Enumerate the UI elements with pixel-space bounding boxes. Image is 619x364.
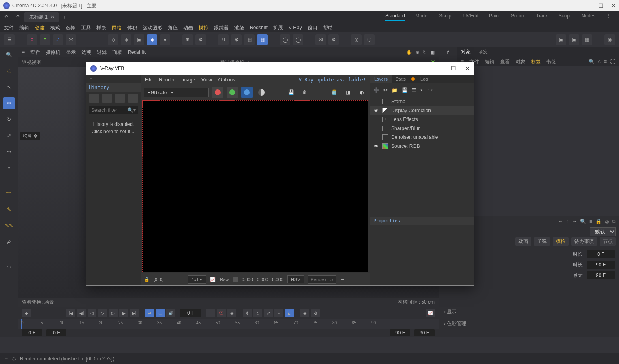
vfb-titlebar[interactable]: V-Ray VFB — ☐ ✕	[86, 62, 474, 75]
redo-button[interactable]: ↷	[14, 13, 23, 21]
vfb-update-link[interactable]: V-Ray update available!	[299, 77, 366, 83]
vfb-trackmouse-icon[interactable]: ◐	[356, 87, 367, 98]
tl-key-all[interactable]: ◉	[227, 309, 236, 317]
rotate-tool[interactable]: ↻	[3, 113, 15, 126]
tl-key-rot[interactable]: ↻	[253, 309, 262, 317]
layout-track[interactable]: Track	[536, 13, 548, 21]
vfb-settings-icon[interactable]: ☰	[341, 277, 345, 282]
vfb-hist-ab-icon[interactable]	[102, 94, 112, 103]
vfb-menu-options[interactable]: Options	[218, 77, 235, 83]
tl-prev-frame[interactable]: ◁	[88, 309, 96, 317]
tl-key-param[interactable]: ▫	[274, 309, 283, 317]
tl-record[interactable]: ○	[206, 309, 215, 317]
vfb-layer-display-correction[interactable]: 👁Display Correction	[370, 106, 474, 115]
layout-sculpt[interactable]: Sculpt	[439, 13, 452, 21]
menu-extensions[interactable]: 扩展	[273, 24, 283, 31]
orbit-icon[interactable]: ↻	[423, 49, 427, 55]
tl-goto-start[interactable]: |◀	[66, 309, 75, 317]
maximize-vp-icon[interactable]: ▣	[430, 49, 435, 55]
obj-tags[interactable]: 标签	[531, 58, 541, 65]
menu-select[interactable]: 选择	[66, 24, 75, 31]
live-select-tool[interactable]: ◌	[3, 65, 15, 77]
symmetry-icon[interactable]: ⋈	[315, 34, 326, 45]
vfb-blue-channel[interactable]	[241, 87, 253, 98]
attr-field-value[interactable]: 90 F	[587, 271, 615, 279]
tl-key-pos[interactable]: ✥	[243, 309, 252, 317]
vfb-lock-icon[interactable]: 🔒	[144, 277, 150, 282]
attr-lock-icon[interactable]: 🔒	[595, 219, 602, 224]
render-region-button[interactable]: ▣	[569, 34, 579, 45]
object-icon[interactable]: ▣	[134, 34, 144, 45]
axis-z-button[interactable]: Z	[53, 34, 63, 45]
menu-create[interactable]: 创建	[35, 24, 45, 31]
attr-tab-node[interactable]: 节点	[600, 237, 616, 246]
attr-mode-select[interactable]: 默认	[590, 227, 616, 236]
tl-fcurve[interactable]: ◉	[300, 309, 309, 317]
move-tool[interactable]: ✥	[3, 97, 15, 109]
tl-preview-start[interactable]: 0 F	[46, 329, 66, 336]
document-tab[interactable]: 未标题 1 ×	[24, 12, 59, 22]
cube-icon[interactable]: ◈	[121, 34, 131, 45]
vfb-hist-add-icon[interactable]	[89, 94, 99, 103]
axis-gimbal-button[interactable]: ✲	[66, 34, 76, 45]
layout-model[interactable]: Model	[416, 13, 429, 21]
render-view-button[interactable]: ◉	[604, 34, 615, 45]
tl-range[interactable]: ▭	[156, 309, 165, 317]
vfb-render-command[interactable]	[308, 275, 336, 284]
layout-standard[interactable]: Standard	[385, 13, 405, 21]
vfb-layer-lens-effects[interactable]: +Lens Effects	[370, 115, 474, 124]
path-tool[interactable]: ∿	[3, 261, 15, 273]
vp-menu-options[interactable]: 选项	[81, 49, 91, 56]
hexagon-icon[interactable]: ⬡	[364, 34, 375, 45]
sphere-icon[interactable]: ●	[160, 34, 170, 45]
layout-paint[interactable]: Paint	[489, 13, 500, 21]
vp-menu-view[interactable]: 查看	[30, 49, 40, 56]
cube-solid-icon[interactable]: ◆	[147, 34, 157, 45]
spline-tool[interactable]: 〰	[3, 187, 15, 199]
circle2-icon[interactable]: ◯	[293, 34, 303, 45]
tl-next-frame[interactable]: ▷	[109, 309, 118, 317]
vfb-layer-stamp[interactable]: Stamp	[370, 97, 474, 106]
axis-y-button[interactable]: Y	[40, 34, 50, 45]
vfb-save-icon[interactable]: 💾	[286, 87, 296, 98]
vfb-bucket-icon[interactable]: 🫙	[329, 87, 339, 98]
tl-current-frame[interactable]: 0 F	[180, 309, 201, 317]
circle1-icon[interactable]: ◯	[280, 34, 290, 45]
vp-menu-display[interactable]: 显示	[66, 49, 76, 56]
minimize-button[interactable]: —	[585, 2, 591, 9]
obj-home-icon[interactable]: ⌂	[598, 59, 601, 64]
attr-tab-bullet[interactable]: 子弹	[534, 237, 550, 246]
vfb-channel-select[interactable]: RGB color ▾	[144, 88, 209, 97]
vfb-tab-layers[interactable]: Layers	[370, 75, 392, 83]
attr-field-value[interactable]: 0 F	[587, 250, 615, 258]
vfb-green-channel[interactable]	[227, 87, 238, 98]
vp-menu-burger[interactable]: ≡	[22, 49, 25, 55]
tl-key-scale[interactable]: ⤢	[264, 309, 273, 317]
search-tool[interactable]: 🔍	[3, 49, 15, 61]
attr-target-icon[interactable]: ◎	[605, 219, 609, 224]
scale-tool[interactable]: ⤢	[3, 130, 15, 142]
attr-search-icon[interactable]: 🔍	[580, 219, 586, 224]
tl-prev-key[interactable]: ◀|	[77, 309, 86, 317]
menu-edit[interactable]: 编辑	[19, 24, 29, 31]
obj-search-icon[interactable]: 🔍	[589, 59, 595, 64]
vp-menu-filter[interactable]: 过滤	[97, 49, 107, 56]
menu-character[interactable]: 角色	[168, 24, 178, 31]
vfb-folder-icon[interactable]: 📁	[392, 87, 398, 93]
vfb-history-message[interactable]: History is disabled. Click here to set i…	[86, 115, 141, 141]
workplane-icon[interactable]: ▦	[257, 34, 268, 45]
layout-groom[interactable]: Groom	[510, 13, 525, 21]
vfb-zoom-select[interactable]: 1x1 ▾	[188, 275, 206, 284]
render-frame-button[interactable]: ▣	[556, 34, 566, 45]
cursor-tool[interactable]: ↖	[3, 81, 15, 93]
vfb-maximize-button[interactable]: ☐	[451, 65, 456, 72]
tl-play[interactable]: ▷	[98, 309, 107, 317]
attr-up-icon[interactable]: ↑	[566, 219, 569, 224]
vfb-alpha-channel[interactable]	[256, 87, 267, 98]
vfb-red-channel[interactable]	[212, 87, 223, 98]
zoom-icon[interactable]: ⊕	[416, 49, 420, 55]
vfb-add-layer-icon[interactable]: ➕	[373, 87, 379, 93]
vfb-hist-load-icon[interactable]	[115, 94, 125, 103]
vfb-tab-stats[interactable]: Stats	[392, 75, 410, 83]
vfb-burger-icon[interactable]: ≡	[86, 75, 141, 83]
